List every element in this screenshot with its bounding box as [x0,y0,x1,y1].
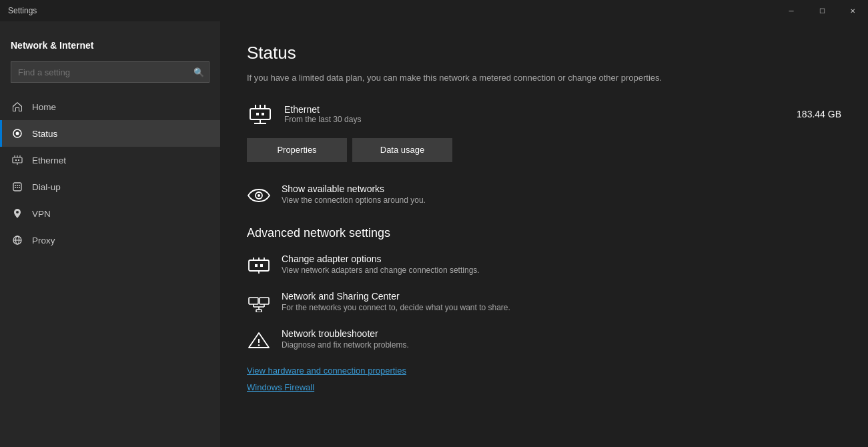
svg-point-13 [15,187,16,188]
troubleshooter-sub: Diagnose and fix network problems. [282,340,409,350]
connection-name: Ethernet [284,104,797,115]
sidebar-item-vpn-label: VPN [32,209,51,219]
data-usage-button[interactable]: Data usage [352,138,452,162]
svg-point-12 [19,185,20,186]
connection-card: Ethernet From the last 30 days 183.44 GB [247,101,841,127]
troubleshooter-title: Network troubleshooter [282,328,409,339]
svg-rect-29 [249,260,269,271]
hardware-properties-link[interactable]: View hardware and connection properties [247,366,841,376]
svg-point-28 [258,194,260,197]
minimize-button[interactable]: ─ [776,0,807,21]
status-icon [11,127,24,140]
sidebar-item-vpn[interactable]: VPN [0,200,220,227]
sidebar-item-ethernet[interactable]: Ethernet [0,147,220,173]
button-row: Properties Data usage [247,138,841,162]
svg-rect-2 [13,157,22,163]
sidebar-section-label: Network & Internet [0,21,220,56]
troubleshooter-icon [247,328,271,352]
svg-rect-19 [250,109,270,119]
search-input[interactable] [11,61,209,83]
svg-point-11 [17,185,18,186]
windows-firewall-link[interactable]: Windows Firewall [247,382,841,392]
svg-point-10 [15,185,16,186]
svg-point-45 [258,344,260,346]
sidebar-item-ethernet-label: Ethernet [32,155,66,165]
page-title: Status [247,43,841,63]
sidebar-item-proxy-label: Proxy [32,236,55,246]
svg-rect-34 [260,264,263,267]
search-container: 🔍 [11,61,209,83]
svg-rect-37 [260,298,269,304]
sidebar-item-dialup[interactable]: Dial-up [0,173,220,200]
adapter-options-sub: View network adapters and change connect… [282,266,480,275]
sharing-center-sub: For the networks you connect to, decide … [282,303,510,312]
show-networks-text: Show available networks View the connect… [282,183,426,205]
sidebar-item-dialup-label: Dial-up [32,182,61,192]
svg-rect-36 [249,298,258,304]
svg-rect-23 [256,113,259,115]
proxy-icon [11,234,24,247]
app-container: Network & Internet 🔍 Home Status [0,21,868,447]
sidebar-item-home-label: Home [32,102,56,112]
maximize-button[interactable]: ☐ [807,0,837,21]
advanced-section-heading: Advanced network settings [247,226,841,240]
advanced-item-sharing[interactable]: Network and Sharing Center For the netwo… [247,291,841,315]
svg-rect-24 [262,113,264,115]
ethernet-icon [11,153,24,167]
sidebar-item-home[interactable]: Home [0,93,220,120]
svg-point-15 [19,187,20,188]
app-title: Settings [8,6,37,15]
adapter-options-text: Change adapter options View network adap… [282,254,480,275]
sharing-center-title: Network and Sharing Center [282,291,510,302]
connection-usage: 183.44 GB [797,109,841,119]
show-networks-sub: View the connection options around you. [282,195,426,205]
close-button[interactable]: ✕ [837,0,868,21]
svg-point-1 [16,132,19,135]
home-icon [11,100,24,113]
search-icon: 🔍 [193,67,204,77]
page-subtitle: If you have a limited data plan, you can… [247,71,841,85]
properties-button[interactable]: Properties [247,138,347,162]
dialup-icon [11,180,24,193]
show-networks-title: Show available networks [282,183,426,194]
sidebar: Network & Internet 🔍 Home Status [0,21,220,447]
connection-ethernet-icon [247,101,274,127]
sidebar-item-proxy[interactable]: Proxy [0,227,220,254]
sharing-center-text: Network and Sharing Center For the netwo… [282,291,510,312]
show-networks-option[interactable]: Show available networks View the connect… [247,181,841,210]
svg-point-14 [17,187,18,188]
svg-rect-6 [15,159,17,161]
sidebar-item-status-label: Status [32,129,57,139]
svg-rect-7 [18,159,19,161]
sidebar-item-status[interactable]: Status [0,120,220,147]
adapter-options-title: Change adapter options [282,254,480,264]
show-networks-icon [247,183,271,207]
titlebar: Settings ─ ☐ ✕ [0,0,868,21]
vpn-icon [11,207,24,220]
sharing-center-icon [247,291,271,315]
svg-rect-42 [256,310,262,312]
troubleshooter-text: Network troubleshooter Diagnose and fix … [282,328,409,350]
content-area: Status If you have a limited data plan, … [220,21,868,447]
adapter-options-icon [247,254,271,278]
window-controls: ─ ☐ ✕ [776,0,868,21]
svg-rect-33 [255,264,258,267]
advanced-item-troubleshoot[interactable]: Network troubleshooter Diagnose and fix … [247,328,841,352]
advanced-item-adapter[interactable]: Change adapter options View network adap… [247,254,841,278]
connection-sub: From the last 30 days [284,115,797,124]
connection-info: Ethernet From the last 30 days [284,104,797,124]
